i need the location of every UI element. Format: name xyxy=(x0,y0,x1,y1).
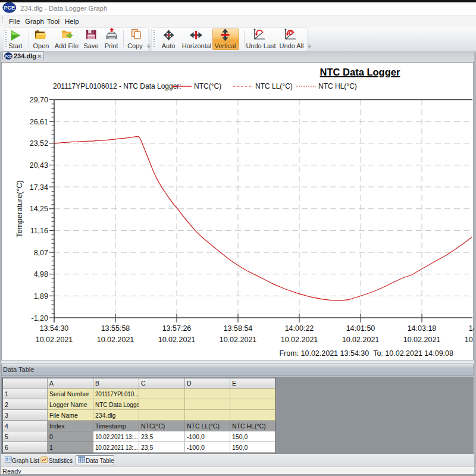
svg-text:10.02.2021: 10.02.2021 xyxy=(403,336,441,344)
svg-text:PCE: PCE xyxy=(5,55,12,58)
svg-text:201117YPL0106012 - NTC Data Lo: 201117YPL0106012 - NTC Data Logger: xyxy=(53,82,181,90)
svg-text:10.02.2021: 10.02.2021 xyxy=(465,336,474,344)
svg-text:14:01:50: 14:01:50 xyxy=(346,324,375,333)
svg-text:14:04:46: 14:04:46 xyxy=(469,324,474,333)
svg-text:4,98: 4,98 xyxy=(34,270,48,278)
svg-text:14,25: 14,25 xyxy=(30,205,48,213)
svg-text:13:57:26: 13:57:26 xyxy=(162,324,192,333)
svg-text:26,61: 26,61 xyxy=(30,118,48,126)
svg-text:Temperature(°C): Temperature(°C) xyxy=(15,180,24,237)
svg-text:14:00:22: 14:00:22 xyxy=(285,324,314,333)
svg-text:13:54:30: 13:54:30 xyxy=(40,324,69,333)
svg-text:10.02.2021: 10.02.2021 xyxy=(342,336,380,344)
svg-text:1,89: 1,89 xyxy=(34,292,48,300)
svg-text:11,16: 11,16 xyxy=(30,227,48,235)
svg-text:NTC HL(°C): NTC HL(°C) xyxy=(318,82,357,90)
svg-text:10.02.2021: 10.02.2021 xyxy=(36,336,73,344)
svg-text:14:03:18: 14:03:18 xyxy=(408,324,437,333)
svg-text:10.02.2021: 10.02.2021 xyxy=(158,336,196,344)
svg-text:17,34: 17,34 xyxy=(30,183,48,192)
svg-text:NTC Data Logger: NTC Data Logger xyxy=(320,67,400,77)
svg-text:-1,20: -1,20 xyxy=(32,314,49,322)
svg-text:10.02.2021: 10.02.2021 xyxy=(281,336,318,344)
svg-text:NTC LL(°C): NTC LL(°C) xyxy=(255,82,293,90)
svg-text:10.02.2021: 10.02.2021 xyxy=(97,336,134,344)
svg-text:29,70: 29,70 xyxy=(30,96,48,104)
svg-text:23,52: 23,52 xyxy=(30,139,48,148)
svg-text:13:58:54: 13:58:54 xyxy=(224,324,253,333)
svg-text:13:55:58: 13:55:58 xyxy=(101,324,130,333)
svg-text:10.02.2021: 10.02.2021 xyxy=(220,336,257,344)
svg-text:NTC(°C): NTC(°C) xyxy=(194,82,221,90)
svg-text:PCE: PCE xyxy=(4,5,15,11)
svg-text:8,07: 8,07 xyxy=(34,249,48,257)
svg-text:20,43: 20,43 xyxy=(30,161,48,170)
svg-text:From: 10.02.2021 13:54:30 To:: From: 10.02.2021 13:54:30 To: 10.02.2021… xyxy=(279,349,453,358)
